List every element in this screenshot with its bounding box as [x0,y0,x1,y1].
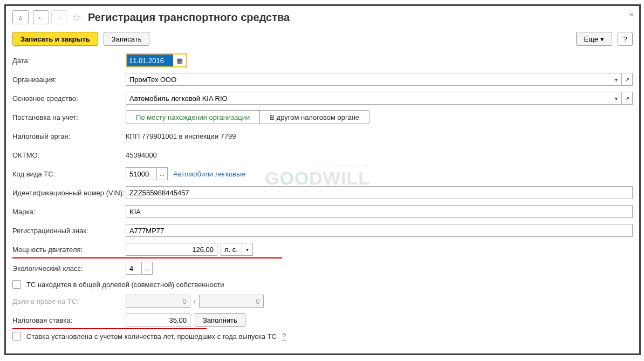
label-vehicle-code: Код вида ТС: [12,170,126,178]
label-share: Доля в праве на ТС: [12,297,126,305]
label-organization: Организация: [12,76,126,84]
org-open-button[interactable]: ↗ [622,73,633,86]
label-tax-rate: Налоговая ставка: [12,316,126,324]
brand-input[interactable] [126,205,633,218]
label-asset: Основное средство: [12,94,126,103]
engine-power-input[interactable] [126,243,217,256]
calendar-icon: ▦ [176,57,183,65]
vehicle-code-input[interactable] [126,167,157,180]
date-input[interactable] [127,55,173,66]
close-icon[interactable]: × [629,10,634,19]
asset-dropdown-button[interactable]: ▾ [611,92,622,105]
back-icon: ← [38,13,45,22]
eco-class-select-button[interactable]: ... [142,262,153,275]
label-registration: Постановка на учет: [12,113,126,121]
shared-ownership-label: ТС находится в общей долевой (совместной… [26,281,224,289]
shared-ownership-checkbox[interactable] [12,280,21,289]
page-title: Регистрация транспортного средства [88,11,290,24]
highlight-underline [12,257,282,258]
fraction-divider: / [194,297,196,305]
label-brand: Марка: [12,208,126,216]
home-icon: ⌂ [18,13,23,22]
org-dropdown-button[interactable]: ▾ [611,73,622,86]
date-field-wrap: ▦ [126,53,187,67]
tax-authority-value: КПП 779901001 в инспекции 7799 [126,132,236,140]
share-denominator-input [199,295,264,308]
chevron-down-icon: ▾ [600,35,604,43]
vehicle-code-select-button[interactable]: ... [157,167,168,180]
label-date: Дата: [12,57,126,65]
organization-input[interactable] [126,73,611,86]
rate-by-age-checkbox[interactable] [12,332,21,340]
reg-option-location[interactable]: По месту нахождения организации [126,110,260,124]
home-button[interactable]: ⌂ [12,10,29,24]
rate-by-age-label: Ставка установлена с учетом количества л… [26,332,277,340]
label-reg-plate: Регистрационный знак: [12,227,126,235]
favorite-star-icon[interactable]: ☆ [72,11,81,24]
more-button[interactable]: Еще ▾ [576,32,612,46]
label-tax-authority: Налоговый орган: [12,132,126,140]
fill-button[interactable]: Заполнить [195,313,245,327]
label-vin: Идентификационный номер (VIN): [12,189,126,197]
label-eco-class: Экологический класс: [12,264,126,273]
rate-help-link[interactable]: ? [282,332,286,340]
label-engine-power: Мощность двигателя: [12,246,126,254]
reg-option-other[interactable]: В другом налоговом органе [260,110,369,124]
share-numerator-input [126,295,190,308]
forward-button[interactable]: → [51,10,67,24]
calendar-button[interactable]: ▦ [173,55,186,66]
forward-icon: → [56,13,63,22]
power-unit-input[interactable] [221,243,242,256]
tax-rate-input[interactable] [126,314,190,326]
back-button[interactable]: ← [33,10,49,24]
oktmo-value: 45394000 [126,151,157,159]
vin-input[interactable] [126,186,633,199]
highlight-underline-2 [12,328,207,329]
vehicle-code-link[interactable]: Автомобили легковые [173,170,245,178]
asset-input[interactable] [126,92,611,105]
eco-class-input[interactable] [126,262,142,275]
help-button[interactable]: ? [618,32,633,46]
save-button[interactable]: Записать [104,32,150,46]
reg-plate-input[interactable] [126,224,633,237]
asset-open-button[interactable]: ↗ [622,92,633,105]
save-close-button[interactable]: Записать и закрыть [12,32,98,46]
label-oktmo: ОКТМО: [12,151,126,159]
power-unit-dropdown[interactable]: ▾ [242,243,253,256]
